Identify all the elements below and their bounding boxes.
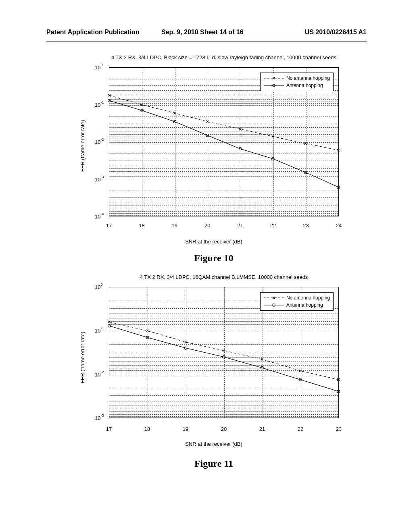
header-right: US 2010/0226415 A1 (305, 29, 367, 36)
plot-svg (109, 68, 338, 216)
x-axis-label: SNR at the receiver (dB) (77, 239, 351, 245)
ytick: 10-1 (95, 327, 104, 334)
xtick: 19 (183, 426, 188, 432)
ytick: 10-3 (95, 415, 104, 421)
xtick: 21 (237, 222, 243, 229)
xtick: 17 (106, 222, 112, 229)
plot-box: No antenna hopping Antenna hopping (109, 67, 339, 216)
svg-point-48 (108, 324, 111, 327)
svg-point-21 (108, 99, 111, 102)
chart-title: 4 TX 2 RX, 3/4 LDPC, Block size = 1728,i… (101, 54, 347, 60)
ytick: 10-3 (95, 176, 104, 182)
y-axis-label: FER (frame error rate) (79, 332, 86, 384)
header-left: Patent Application Publication (46, 29, 140, 36)
plot-box: No antenna hopping Antenna hopping (109, 287, 339, 418)
chart-figure-10: 4 TX 2 RX, 3/4 LDPC, Block size = 1728,i… (77, 54, 351, 264)
plot-area: FER (frame error rate) 100 10-1 10-2 10-… (77, 281, 351, 434)
xtick: 21 (259, 426, 265, 432)
ytick: 10-2 (95, 139, 104, 145)
chart-title: 4 TX 2 RX, 3/4 LDPC, 16QAM channel B,LMM… (101, 274, 347, 280)
xtick: 18 (139, 222, 144, 229)
xtick: 18 (144, 426, 150, 432)
header-center: Sep. 9, 2010 Sheet 14 of 16 (161, 29, 244, 36)
svg-point-28 (337, 186, 340, 189)
y-axis-label: FER (frame error rate) (79, 120, 86, 172)
chart-figure-11: 4 TX 2 RX, 3/4 LDPC, 16QAM channel B,LMM… (77, 274, 351, 469)
xtick: 22 (270, 222, 276, 229)
xtick: 23 (303, 222, 309, 229)
ytick: 100 (95, 64, 102, 71)
x-axis-label: SNR at the receiver (dB) (77, 441, 351, 447)
ytick: 10-4 (95, 213, 104, 220)
xtick: 20 (204, 222, 210, 229)
xtick: 22 (298, 426, 303, 432)
ytick: 10-1 (95, 101, 104, 108)
plot-svg (109, 287, 338, 418)
ytick: 100 (95, 284, 102, 290)
ytick: 10-2 (95, 371, 104, 377)
header-divider (46, 42, 367, 42)
xtick: 24 (336, 222, 342, 229)
xtick: 20 (221, 426, 227, 432)
figure-caption: Figure 10 (77, 253, 351, 264)
plot-area: FER (frame error rate) 100 10-1 10-2 10-… (77, 61, 351, 231)
figure-caption: Figure 11 (77, 458, 351, 469)
xtick: 17 (106, 426, 112, 432)
xtick: 23 (336, 426, 342, 432)
xtick: 19 (172, 222, 177, 229)
